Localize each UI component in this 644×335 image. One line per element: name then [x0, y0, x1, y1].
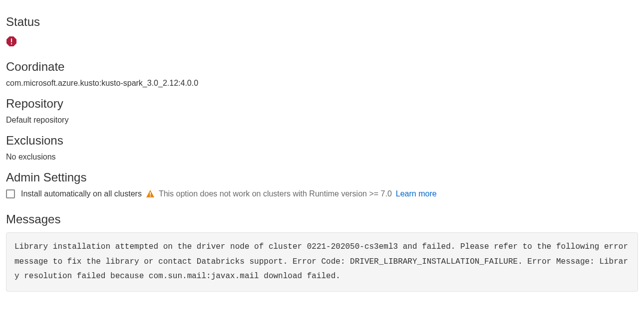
svg-rect-1	[11, 38, 12, 42]
message-body: Library installation attempted on the dr…	[6, 232, 638, 292]
install-auto-checkbox[interactable]	[6, 189, 15, 198]
coordinate-value: com.microsoft.azure.kusto:kusto-spark_3.…	[6, 79, 638, 88]
repository-heading: Repository	[6, 97, 638, 111]
exclusions-heading: Exclusions	[6, 134, 638, 148]
repository-value: Default repository	[6, 116, 638, 125]
svg-point-2	[11, 43, 12, 44]
error-octagon-icon	[6, 36, 17, 49]
install-auto-row: Install automatically on all clusters Th…	[6, 189, 638, 198]
install-auto-help-text: This option does not work on clusters wi…	[159, 189, 392, 198]
coordinate-heading: Coordinate	[6, 60, 638, 74]
messages-heading: Messages	[6, 212, 638, 226]
install-auto-label: Install automatically on all clusters	[21, 189, 142, 198]
svg-rect-4	[150, 192, 151, 195]
warning-icon	[146, 189, 155, 198]
admin-settings-heading: Admin Settings	[6, 170, 638, 184]
svg-point-5	[150, 195, 151, 196]
exclusions-value: No exclusions	[6, 153, 638, 162]
learn-more-link[interactable]: Learn more	[396, 189, 437, 198]
status-heading: Status	[6, 15, 638, 29]
